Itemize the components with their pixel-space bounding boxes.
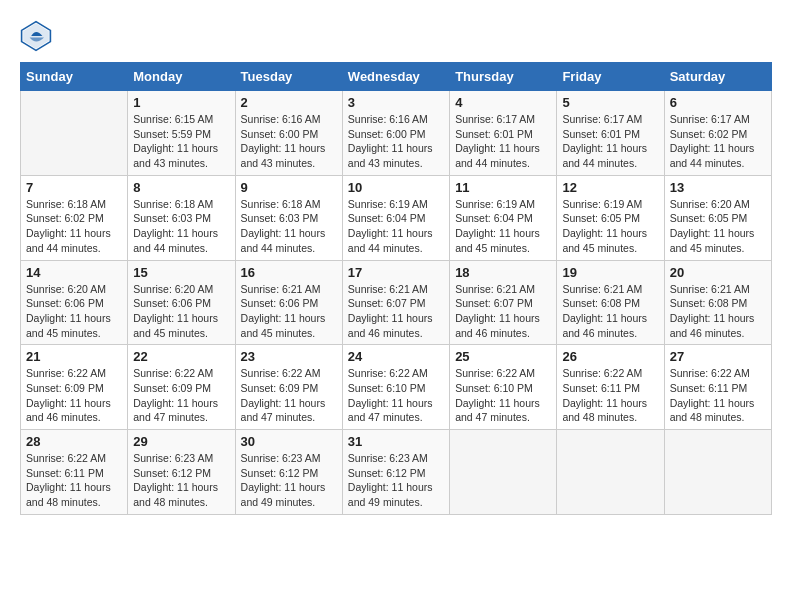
day-number: 18 (455, 265, 551, 280)
day-info: Sunrise: 6:22 AM Sunset: 6:11 PM Dayligh… (26, 451, 122, 510)
calendar-cell: 12Sunrise: 6:19 AM Sunset: 6:05 PM Dayli… (557, 175, 664, 260)
day-number: 24 (348, 349, 444, 364)
calendar-cell: 11Sunrise: 6:19 AM Sunset: 6:04 PM Dayli… (450, 175, 557, 260)
day-info: Sunrise: 6:22 AM Sunset: 6:09 PM Dayligh… (133, 366, 229, 425)
logo-icon (20, 20, 52, 52)
weekday-header-sunday: Sunday (21, 63, 128, 91)
calendar-cell: 24Sunrise: 6:22 AM Sunset: 6:10 PM Dayli… (342, 345, 449, 430)
day-info: Sunrise: 6:17 AM Sunset: 6:01 PM Dayligh… (455, 112, 551, 171)
day-info: Sunrise: 6:23 AM Sunset: 6:12 PM Dayligh… (133, 451, 229, 510)
day-info: Sunrise: 6:16 AM Sunset: 6:00 PM Dayligh… (348, 112, 444, 171)
calendar-cell: 14Sunrise: 6:20 AM Sunset: 6:06 PM Dayli… (21, 260, 128, 345)
calendar-cell: 16Sunrise: 6:21 AM Sunset: 6:06 PM Dayli… (235, 260, 342, 345)
day-info: Sunrise: 6:21 AM Sunset: 6:08 PM Dayligh… (670, 282, 766, 341)
calendar-cell: 18Sunrise: 6:21 AM Sunset: 6:07 PM Dayli… (450, 260, 557, 345)
day-info: Sunrise: 6:21 AM Sunset: 6:06 PM Dayligh… (241, 282, 337, 341)
calendar-cell (450, 430, 557, 515)
calendar-cell: 13Sunrise: 6:20 AM Sunset: 6:05 PM Dayli… (664, 175, 771, 260)
day-number: 11 (455, 180, 551, 195)
day-info: Sunrise: 6:21 AM Sunset: 6:08 PM Dayligh… (562, 282, 658, 341)
day-number: 9 (241, 180, 337, 195)
calendar-cell: 5Sunrise: 6:17 AM Sunset: 6:01 PM Daylig… (557, 91, 664, 176)
day-number: 29 (133, 434, 229, 449)
day-info: Sunrise: 6:21 AM Sunset: 6:07 PM Dayligh… (348, 282, 444, 341)
day-info: Sunrise: 6:18 AM Sunset: 6:02 PM Dayligh… (26, 197, 122, 256)
day-number: 5 (562, 95, 658, 110)
weekday-header-row: SundayMondayTuesdayWednesdayThursdayFrid… (21, 63, 772, 91)
day-number: 4 (455, 95, 551, 110)
day-info: Sunrise: 6:23 AM Sunset: 6:12 PM Dayligh… (241, 451, 337, 510)
calendar-cell: 30Sunrise: 6:23 AM Sunset: 6:12 PM Dayli… (235, 430, 342, 515)
day-info: Sunrise: 6:19 AM Sunset: 6:04 PM Dayligh… (348, 197, 444, 256)
calendar-cell: 1Sunrise: 6:15 AM Sunset: 5:59 PM Daylig… (128, 91, 235, 176)
calendar-cell: 29Sunrise: 6:23 AM Sunset: 6:12 PM Dayli… (128, 430, 235, 515)
weekday-header-tuesday: Tuesday (235, 63, 342, 91)
week-row-2: 14Sunrise: 6:20 AM Sunset: 6:06 PM Dayli… (21, 260, 772, 345)
page-header (20, 20, 772, 52)
day-number: 19 (562, 265, 658, 280)
day-info: Sunrise: 6:21 AM Sunset: 6:07 PM Dayligh… (455, 282, 551, 341)
day-info: Sunrise: 6:20 AM Sunset: 6:06 PM Dayligh… (133, 282, 229, 341)
day-info: Sunrise: 6:22 AM Sunset: 6:09 PM Dayligh… (26, 366, 122, 425)
calendar-table: SundayMondayTuesdayWednesdayThursdayFrid… (20, 62, 772, 515)
day-number: 25 (455, 349, 551, 364)
calendar-cell: 23Sunrise: 6:22 AM Sunset: 6:09 PM Dayli… (235, 345, 342, 430)
day-info: Sunrise: 6:22 AM Sunset: 6:10 PM Dayligh… (455, 366, 551, 425)
day-info: Sunrise: 6:18 AM Sunset: 6:03 PM Dayligh… (133, 197, 229, 256)
day-info: Sunrise: 6:20 AM Sunset: 6:06 PM Dayligh… (26, 282, 122, 341)
calendar-cell: 9Sunrise: 6:18 AM Sunset: 6:03 PM Daylig… (235, 175, 342, 260)
calendar-cell: 26Sunrise: 6:22 AM Sunset: 6:11 PM Dayli… (557, 345, 664, 430)
calendar-cell: 31Sunrise: 6:23 AM Sunset: 6:12 PM Dayli… (342, 430, 449, 515)
day-number: 31 (348, 434, 444, 449)
weekday-header-thursday: Thursday (450, 63, 557, 91)
calendar-cell: 8Sunrise: 6:18 AM Sunset: 6:03 PM Daylig… (128, 175, 235, 260)
day-number: 27 (670, 349, 766, 364)
day-number: 8 (133, 180, 229, 195)
calendar-cell: 3Sunrise: 6:16 AM Sunset: 6:00 PM Daylig… (342, 91, 449, 176)
day-number: 28 (26, 434, 122, 449)
calendar-cell: 22Sunrise: 6:22 AM Sunset: 6:09 PM Dayli… (128, 345, 235, 430)
calendar-cell: 25Sunrise: 6:22 AM Sunset: 6:10 PM Dayli… (450, 345, 557, 430)
calendar-cell: 4Sunrise: 6:17 AM Sunset: 6:01 PM Daylig… (450, 91, 557, 176)
weekday-header-monday: Monday (128, 63, 235, 91)
day-info: Sunrise: 6:22 AM Sunset: 6:09 PM Dayligh… (241, 366, 337, 425)
calendar-cell: 7Sunrise: 6:18 AM Sunset: 6:02 PM Daylig… (21, 175, 128, 260)
calendar-cell: 21Sunrise: 6:22 AM Sunset: 6:09 PM Dayli… (21, 345, 128, 430)
weekday-header-wednesday: Wednesday (342, 63, 449, 91)
week-row-1: 7Sunrise: 6:18 AM Sunset: 6:02 PM Daylig… (21, 175, 772, 260)
calendar-cell: 20Sunrise: 6:21 AM Sunset: 6:08 PM Dayli… (664, 260, 771, 345)
day-number: 23 (241, 349, 337, 364)
day-info: Sunrise: 6:22 AM Sunset: 6:11 PM Dayligh… (670, 366, 766, 425)
calendar-cell: 19Sunrise: 6:21 AM Sunset: 6:08 PM Dayli… (557, 260, 664, 345)
day-number: 1 (133, 95, 229, 110)
week-row-3: 21Sunrise: 6:22 AM Sunset: 6:09 PM Dayli… (21, 345, 772, 430)
day-number: 3 (348, 95, 444, 110)
calendar-cell: 28Sunrise: 6:22 AM Sunset: 6:11 PM Dayli… (21, 430, 128, 515)
week-row-0: 1Sunrise: 6:15 AM Sunset: 5:59 PM Daylig… (21, 91, 772, 176)
day-number: 12 (562, 180, 658, 195)
day-info: Sunrise: 6:23 AM Sunset: 6:12 PM Dayligh… (348, 451, 444, 510)
day-info: Sunrise: 6:22 AM Sunset: 6:10 PM Dayligh… (348, 366, 444, 425)
day-number: 26 (562, 349, 658, 364)
day-number: 20 (670, 265, 766, 280)
calendar-cell (557, 430, 664, 515)
day-number: 22 (133, 349, 229, 364)
day-number: 7 (26, 180, 122, 195)
day-number: 6 (670, 95, 766, 110)
calendar-cell: 17Sunrise: 6:21 AM Sunset: 6:07 PM Dayli… (342, 260, 449, 345)
weekday-header-friday: Friday (557, 63, 664, 91)
day-number: 21 (26, 349, 122, 364)
day-info: Sunrise: 6:19 AM Sunset: 6:04 PM Dayligh… (455, 197, 551, 256)
day-number: 30 (241, 434, 337, 449)
calendar-cell: 10Sunrise: 6:19 AM Sunset: 6:04 PM Dayli… (342, 175, 449, 260)
day-info: Sunrise: 6:17 AM Sunset: 6:01 PM Dayligh… (562, 112, 658, 171)
day-number: 2 (241, 95, 337, 110)
calendar-cell: 6Sunrise: 6:17 AM Sunset: 6:02 PM Daylig… (664, 91, 771, 176)
day-info: Sunrise: 6:18 AM Sunset: 6:03 PM Dayligh… (241, 197, 337, 256)
calendar-cell (21, 91, 128, 176)
week-row-4: 28Sunrise: 6:22 AM Sunset: 6:11 PM Dayli… (21, 430, 772, 515)
day-info: Sunrise: 6:22 AM Sunset: 6:11 PM Dayligh… (562, 366, 658, 425)
calendar-cell: 15Sunrise: 6:20 AM Sunset: 6:06 PM Dayli… (128, 260, 235, 345)
calendar-cell: 2Sunrise: 6:16 AM Sunset: 6:00 PM Daylig… (235, 91, 342, 176)
calendar-cell (664, 430, 771, 515)
